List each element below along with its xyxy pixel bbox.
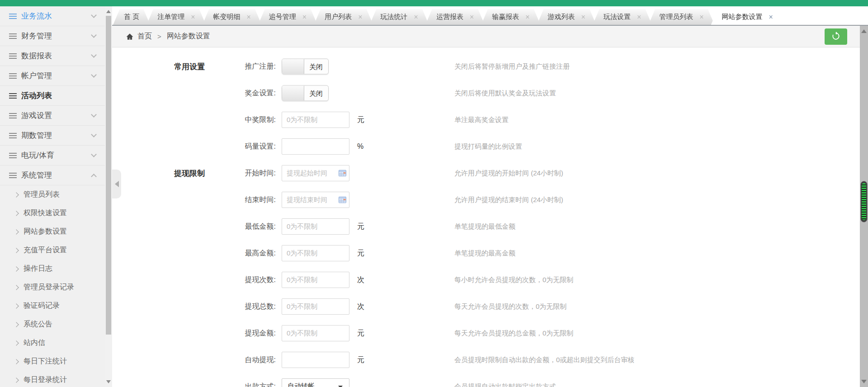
refresh-icon — [831, 31, 841, 42]
tab-7[interactable]: 输赢报表 × — [481, 9, 540, 25]
help-text: 允许用户提现的开始时间 (24小时制) — [454, 169, 563, 177]
sidebar-subitem-label: 权限快速设置 — [24, 208, 67, 218]
unit-label: 元 — [357, 328, 364, 338]
close-icon[interactable]: × — [525, 14, 529, 21]
sidebar-subitem-10[interactable]: 每日登录统计 — [0, 371, 105, 387]
tab-6[interactable]: 运营报表 × — [425, 9, 485, 25]
tab-4[interactable]: 用户列表 × — [314, 9, 373, 25]
unit-label: 元 — [357, 222, 364, 231]
sidebar-subitem-7[interactable]: 系统公告 — [0, 315, 105, 334]
toggle-knob[interactable] — [282, 85, 304, 100]
text-input[interactable] — [282, 245, 349, 261]
text-input[interactable] — [282, 298, 349, 315]
close-icon[interactable]: × — [769, 14, 773, 21]
close-icon[interactable]: × — [414, 14, 418, 21]
main-scrollbar-thumb[interactable] — [860, 181, 868, 222]
tab-5[interactable]: 玩法统计 × — [370, 9, 429, 25]
sidebar-item-5[interactable]: 游戏设置 — [0, 106, 105, 126]
sidebar-item-6[interactable]: 期数管理 — [0, 126, 105, 146]
toggle-switch[interactable]: 关闭 — [282, 58, 329, 74]
field-label: 码量设置: — [208, 142, 276, 151]
tab-10[interactable]: 管理员列表 × — [648, 9, 714, 25]
form-row-10: 提现金额: 元 每天允许会员提现的总金额，0为无限制 — [112, 320, 860, 346]
field-label: 提现次数: — [208, 275, 276, 284]
sidebar-item-2[interactable]: 数据报表 — [0, 46, 105, 66]
text-input[interactable] — [282, 352, 349, 368]
help-text: 关闭后将暂停新增用户及推广链接注册 — [454, 62, 570, 71]
tab-0[interactable]: 首 页 — [113, 9, 150, 25]
field-label: 出款方式: — [208, 382, 276, 387]
refresh-button[interactable] — [825, 28, 847, 45]
close-icon[interactable]: × — [470, 14, 474, 21]
sidebar-item-0[interactable]: 业务流水 — [0, 6, 105, 26]
tab-label: 网站参数设置 — [722, 13, 763, 21]
sidebar-subitem-6[interactable]: 验证码记录 — [0, 297, 105, 315]
menu-lines-icon — [9, 153, 17, 158]
breadcrumb-home[interactable]: 首页 — [137, 32, 152, 41]
menu-lines-icon — [9, 14, 17, 19]
form-row-1: 奖金设置: 关闭 关闭后将使用默认奖金及玩法设置 — [112, 80, 860, 106]
close-icon[interactable]: × — [358, 14, 362, 21]
help-text: 会员提现自动出款时指定出款方式 — [454, 382, 556, 387]
field-control — [282, 245, 349, 261]
chevron-right-icon — [14, 248, 19, 253]
close-icon[interactable]: × — [699, 14, 703, 21]
sidebar-subitem-0[interactable]: 管理员列表 — [0, 185, 105, 204]
sidebar-subitem-2[interactable]: 网站参数设置 — [0, 222, 105, 241]
sidebar-item-1[interactable]: 财务管理 — [0, 26, 105, 46]
field-label: 自动提现: — [208, 355, 276, 364]
close-icon[interactable]: × — [191, 14, 195, 21]
toggle-switch[interactable]: 关闭 — [282, 85, 329, 101]
close-icon[interactable]: × — [637, 14, 641, 21]
scroll-down-icon[interactable] — [106, 380, 111, 383]
chevron-right-icon — [14, 266, 19, 271]
sidebar-subitem-3[interactable]: 充值平台设置 — [0, 241, 105, 260]
tab-8[interactable]: 游戏列表 × — [537, 9, 596, 25]
sidebar-item-7[interactable]: 电玩/体育 — [0, 146, 105, 165]
text-input[interactable] — [282, 325, 349, 341]
tab-3[interactable]: 追号管理 × — [258, 9, 317, 25]
sidebar-subitem-9[interactable]: 每日下注统计 — [0, 352, 105, 371]
sidebar-scrollbar[interactable] — [105, 6, 112, 387]
scroll-up-icon[interactable] — [861, 29, 867, 33]
sidebar-subitem-label: 系统公告 — [24, 320, 52, 329]
text-input[interactable] — [282, 272, 349, 288]
close-icon[interactable]: × — [302, 14, 307, 21]
field-label: 中奖限制: — [208, 115, 276, 124]
tab-2[interactable]: 帐变明细 × — [203, 9, 262, 25]
toggle-knob[interactable] — [282, 59, 304, 74]
sidebar-subitem-label: 管理员列表 — [24, 190, 60, 199]
sidebar-subitem-8[interactable]: 站内信 — [0, 334, 105, 352]
sidebar-subitem-1[interactable]: 权限快速设置 — [0, 204, 105, 222]
text-input[interactable] — [282, 138, 349, 155]
sidebar-subitem-5[interactable]: 管理员登录记录 — [0, 278, 105, 297]
select-input[interactable]: 自动转帐 — [282, 378, 349, 387]
text-input[interactable] — [282, 112, 349, 128]
tab-9[interactable]: 玩法设置 × — [593, 9, 652, 25]
calendar-icon[interactable] — [339, 170, 346, 176]
field-control — [282, 165, 349, 181]
field-control: 关闭 — [282, 58, 329, 74]
scroll-up-icon[interactable] — [106, 10, 111, 13]
field-control: 自动转帐 — [282, 378, 349, 387]
text-input[interactable] — [282, 218, 349, 235]
sidebar-subitem-4[interactable]: 操作日志 — [0, 260, 105, 278]
sidebar-item-3[interactable]: 帐户管理 — [0, 66, 105, 86]
calendar-icon[interactable] — [339, 196, 346, 203]
scroll-down-icon[interactable] — [861, 380, 867, 383]
field-control: 关闭 — [282, 85, 329, 101]
section-title: 常用设置 — [174, 61, 205, 71]
tab-11[interactable]: 网站参数设置 × — [711, 9, 784, 25]
sidebar-item-4[interactable]: 活动列表 — [0, 86, 105, 106]
close-icon[interactable]: × — [581, 14, 585, 21]
chevron-right-icon — [14, 211, 19, 216]
field-label: 最高金额: — [208, 248, 276, 258]
sidebar-scrollbar-thumb[interactable] — [106, 16, 111, 335]
tab-label: 游戏列表 — [548, 13, 575, 21]
sidebar-item-8[interactable]: 系统管理 — [0, 165, 105, 185]
sidebar-item-label: 期数管理 — [21, 130, 92, 141]
date-input-wrap — [282, 192, 349, 208]
close-icon[interactable]: × — [247, 14, 251, 21]
main-scrollbar[interactable] — [860, 26, 868, 387]
tab-1[interactable]: 注单管理 × — [146, 9, 206, 25]
